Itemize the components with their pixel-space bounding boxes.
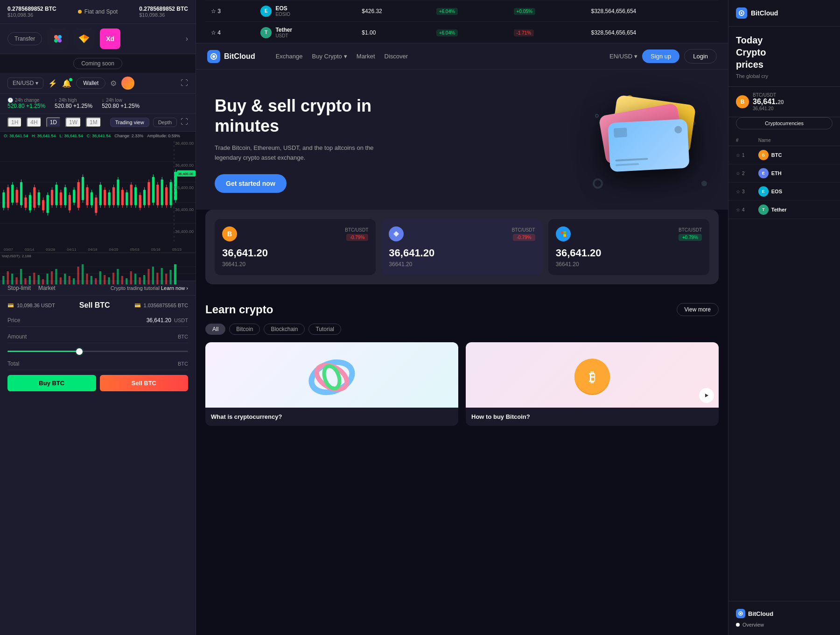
learn-card-2[interactable]: ₿ How to buy Bitcoin? <box>466 342 719 426</box>
total-value: BTC <box>178 361 188 367</box>
filter-blockchain[interactable]: Blockchain <box>264 324 305 335</box>
price-row: Price 36,641.20 USDT <box>7 314 188 327</box>
right-hero-title: TodayCryptoprices <box>736 34 833 71</box>
svg-rect-117 <box>77 267 79 284</box>
stat-24h-high: ↑ 24h high 520.80 +1.25% <box>55 98 92 109</box>
time-1d[interactable]: 1D <box>46 117 61 127</box>
wallet-btc-amount: 0.2785689852 BTC <box>7 6 56 12</box>
right-table-row-3[interactable]: ☆ 3 E EOS <box>728 183 840 201</box>
notification-dot <box>69 78 72 81</box>
rank-2: ☆ 2 <box>736 171 758 176</box>
svg-rect-127 <box>121 276 123 284</box>
scroll-right-icon[interactable]: › <box>186 35 188 43</box>
time-1h[interactable]: 1H <box>7 117 22 127</box>
nav-market[interactable]: Market <box>357 53 375 60</box>
btc-coin-badge: B <box>222 226 237 241</box>
crypto-card-3[interactable]: BTC/USDT +0.79% 36,641.20 36641.20 <box>548 219 709 275</box>
market-option[interactable]: Market <box>38 285 56 291</box>
hero-text: Buy & sell crypto in minutes Trade Bitco… <box>215 96 401 193</box>
svg-rect-106 <box>29 276 31 284</box>
svg-rect-120 <box>91 276 92 284</box>
time-1w[interactable]: 1W <box>65 117 81 127</box>
filter-all[interactable]: All <box>205 324 225 335</box>
figma-icon[interactable] <box>48 28 68 49</box>
lang-label: EN/USD <box>13 80 34 86</box>
notification-icon[interactable]: 🔔 <box>62 79 71 88</box>
play-button-icon[interactable] <box>699 388 714 403</box>
settings-icon[interactable]: ⚙ <box>110 79 117 88</box>
login-button[interactable]: Login <box>684 49 717 64</box>
slider-thumb[interactable] <box>76 348 83 355</box>
nav-buy-crypto[interactable]: Buy Crypto ▾ <box>312 53 347 60</box>
fiat-spot-indicator: Fiat and Spot <box>78 8 118 15</box>
buy-btc-button[interactable]: Buy BTC <box>7 375 96 391</box>
fullscreen-icon[interactable]: ⛶ <box>181 118 188 127</box>
nav-items: Exchange Buy Crypto ▾ Market Discover <box>276 53 408 60</box>
svg-rect-125 <box>112 273 114 284</box>
nav-exchange[interactable]: Exchange <box>276 53 303 60</box>
time-4h[interactable]: 4H <box>27 117 41 127</box>
get-started-button[interactable]: Get started now <box>215 174 287 193</box>
star-icon[interactable]: ☆ <box>211 8 216 14</box>
right-table-row-1[interactable]: ☆ 1 B BTC <box>728 146 840 164</box>
nav-discover[interactable]: Discover <box>385 53 408 60</box>
crypto-card-btc[interactable]: B BTC/USDT -0.79% 36,641.20 36641.20 <box>215 219 376 275</box>
svg-rect-119 <box>86 274 88 284</box>
expand-icon[interactable]: ⛶ <box>181 79 188 87</box>
marketcap-cell: $328,564,656,654 <box>586 22 719 43</box>
card3-change-badge: +0.79% <box>679 234 702 241</box>
wallet-usd-value: $10,098.36 <box>7 12 56 18</box>
total-row: Total BTC <box>7 358 188 370</box>
star-2-icon[interactable]: ☆ <box>736 171 740 176</box>
dot-yellow-icon <box>78 10 82 14</box>
sketch-icon[interactable] <box>74 28 94 49</box>
card-eth-header: BTC/USDT -0.79% <box>389 226 535 241</box>
star-icon[interactable]: ☆ <box>211 29 216 36</box>
avatar[interactable] <box>121 77 134 90</box>
trading-view-btn[interactable]: Trading view <box>110 118 149 127</box>
language-selector[interactable]: EN/USD ▾ <box>7 78 43 89</box>
btc-pair-label: BTC/USDT <box>345 227 368 233</box>
sell-btc-button[interactable]: Sell BTC <box>100 375 189 391</box>
wallet-button[interactable]: Wallet <box>76 78 105 89</box>
svg-rect-107 <box>33 273 35 284</box>
svg-rect-137 <box>165 274 167 284</box>
signup-button[interactable]: Sign up <box>642 49 679 63</box>
star-3-icon[interactable]: ☆ <box>736 189 740 194</box>
learn-card-1[interactable]: What is cryptocurrency? <box>205 342 458 426</box>
star-4-icon[interactable]: ☆ <box>736 207 740 212</box>
stat-24h-change: 🕐 24h change 520.80 +1.25% <box>7 98 45 109</box>
svg-rect-146 <box>563 234 566 237</box>
learn-now-link[interactable]: Learn now › <box>161 285 188 291</box>
xd-icon[interactable]: Xd <box>100 28 120 49</box>
crypto-select-button[interactable]: Cryptocurrencies <box>736 117 833 129</box>
star-1-icon[interactable]: ☆ <box>736 153 740 158</box>
nav-lang-selector[interactable]: EN/USD ▾ <box>609 53 637 60</box>
right-panel: BitCloud TodayCryptoprices The global cr… <box>728 0 840 635</box>
filter-bitcoin[interactable]: Bitcoin <box>229 324 260 335</box>
slider-track[interactable] <box>7 351 188 352</box>
transfer-button[interactable]: Transfer <box>7 32 42 45</box>
lightning-icon[interactable]: ⚡ <box>48 79 57 88</box>
footer-logo-icon <box>736 609 745 618</box>
order-header: 💳 10,098.36 USDT Sell BTC 💳 1.0356875565… <box>7 301 188 310</box>
view-more-button[interactable]: View more <box>677 303 719 316</box>
view-options: Trading view Depth ⛶ <box>110 118 188 127</box>
card3-pair-label: BTC/USDT <box>679 227 702 233</box>
wallet-usd-value2: $10,098.36 <box>139 12 188 18</box>
time-1m[interactable]: 1M <box>86 117 101 127</box>
tutorial-link: Crypto trading tutorial Learn now › <box>111 285 188 291</box>
eth-pair-label: BTC/USDT <box>512 227 535 233</box>
amount-label: Amount <box>7 333 27 340</box>
th-hash: # <box>736 138 758 143</box>
card-3-header: BTC/USDT +0.79% <box>556 226 702 241</box>
stop-limit-option[interactable]: Stop-limit <box>7 285 31 291</box>
depth-view-btn[interactable]: Depth <box>153 118 177 127</box>
crypto-card-eth[interactable]: BTC/USDT -0.79% 36,641.20 36641.20 <box>381 219 542 275</box>
eos-icon: E <box>260 6 272 17</box>
filter-tutorial[interactable]: Tutorial <box>308 324 341 335</box>
right-table-row-4[interactable]: ☆ 4 T Tether <box>728 201 840 219</box>
svg-point-4 <box>56 37 59 40</box>
volume-label: Vol(USDT): 2,188 <box>2 254 31 258</box>
right-table-row-2[interactable]: ☆ 2 E ETH <box>728 164 840 183</box>
